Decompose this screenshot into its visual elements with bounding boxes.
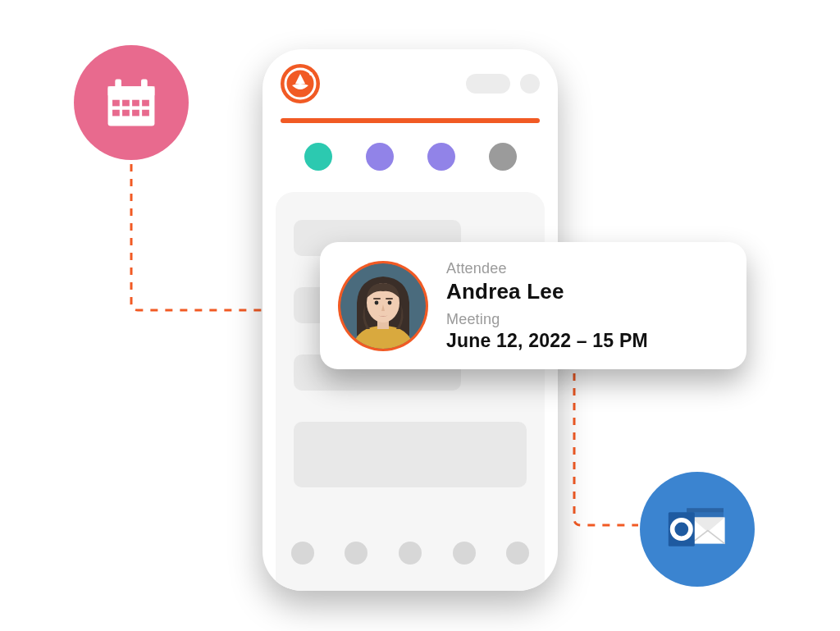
svg-rect-6 — [132, 100, 139, 107]
app-logo-icon — [281, 64, 320, 103]
svg-point-26 — [375, 300, 379, 304]
meeting-time: June 12, 2022 – 15 PM — [446, 330, 648, 352]
svg-rect-4 — [112, 100, 120, 107]
topbar-pill[interactable] — [466, 74, 510, 94]
avatar-image — [340, 263, 426, 349]
svg-rect-2 — [115, 80, 121, 92]
attendee-card[interactable]: Attendee Andrea Lee Meeting June 12, 202… — [320, 242, 746, 369]
outlook-icon — [664, 501, 730, 558]
status-dot-row — [262, 123, 558, 181]
topbar-avatar-dot[interactable] — [520, 74, 540, 94]
bottom-nav — [276, 537, 545, 591]
svg-rect-28 — [373, 298, 381, 299]
svg-rect-10 — [132, 110, 139, 117]
nav-dot[interactable] — [399, 542, 422, 565]
svg-rect-13 — [687, 508, 724, 512]
nav-dot[interactable] — [453, 542, 476, 565]
status-dot-4[interactable] — [489, 143, 517, 171]
attendee-card-text: Attendee Andrea Lee Meeting June 12, 202… — [446, 260, 648, 352]
nav-dot[interactable] — [291, 542, 314, 565]
app-logo[interactable] — [281, 64, 320, 103]
phone-topbar — [262, 49, 558, 118]
calendar-badge — [74, 45, 189, 160]
status-dot-1[interactable] — [304, 143, 332, 171]
calendar-icon — [103, 74, 160, 131]
nav-dot[interactable] — [345, 542, 368, 565]
nav-dot[interactable] — [506, 542, 529, 565]
attendee-label: Attendee — [446, 260, 648, 277]
svg-rect-9 — [122, 110, 130, 117]
svg-rect-11 — [142, 110, 149, 117]
svg-rect-3 — [141, 80, 148, 92]
svg-rect-7 — [142, 100, 149, 107]
attendee-avatar — [338, 261, 428, 351]
svg-point-21 — [309, 72, 313, 75]
svg-rect-5 — [122, 100, 130, 107]
svg-rect-8 — [112, 110, 120, 117]
status-dot-3[interactable] — [427, 143, 455, 171]
status-dot-2[interactable] — [366, 143, 394, 171]
svg-rect-29 — [386, 298, 393, 299]
attendee-name: Andrea Lee — [446, 279, 648, 304]
svg-rect-1 — [108, 86, 155, 95]
meeting-label: Meeting — [446, 311, 648, 328]
outlook-badge — [640, 472, 755, 587]
svg-point-27 — [388, 300, 392, 304]
list-item — [294, 422, 527, 487]
connector-path-bottom — [574, 373, 638, 525]
